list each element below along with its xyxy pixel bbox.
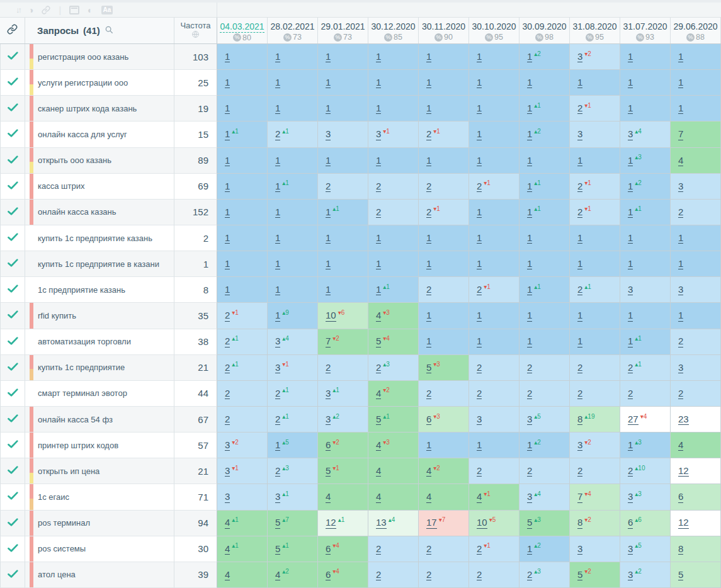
position-value[interactable]: 2 [225, 336, 230, 347]
position-value[interactable]: 4 [426, 491, 431, 502]
position-value[interactable]: 1 [477, 206, 482, 218]
position-value[interactable]: 4 [477, 491, 482, 502]
position-value[interactable]: 1 [477, 77, 482, 88]
position-value[interactable]: 3 [225, 491, 230, 502]
date-column-header[interactable]: 04.03.2021%80 [217, 18, 268, 43]
position-value[interactable]: 1 [326, 77, 331, 88]
position-value[interactable]: 1 [477, 336, 482, 347]
keyword-cell[interactable]: pos системы [25, 536, 174, 562]
date-link[interactable]: 04.03.2021 [220, 21, 264, 33]
position-value[interactable]: 1 [376, 284, 381, 295]
position-value[interactable]: 1 [275, 232, 280, 244]
position-value[interactable]: 1 [477, 51, 482, 62]
position-value[interactable]: 1 [628, 103, 633, 114]
position-value[interactable]: 1 [527, 232, 532, 244]
position-value[interactable]: 1 [678, 77, 683, 88]
position-value[interactable]: 3 [275, 491, 280, 502]
position-value[interactable]: 1 [225, 128, 230, 140]
date-column-header[interactable]: 28.02.2021%73 [268, 18, 318, 43]
position-value[interactable]: 2 [577, 181, 582, 192]
position-value[interactable]: 1 [426, 232, 431, 244]
position-value[interactable]: 2 [678, 388, 683, 399]
position-value[interactable]: 2 [477, 284, 482, 295]
keyword-cell[interactable]: смарт терминал эвотор [25, 381, 174, 407]
position-value[interactable]: 1 [376, 155, 381, 166]
row-checkbox[interactable] [0, 484, 25, 510]
position-value[interactable]: 2 [477, 569, 482, 580]
row-checkbox[interactable] [0, 407, 25, 433]
position-value[interactable]: 2 [326, 362, 331, 373]
window-icon[interactable] [69, 6, 79, 14]
position-value[interactable]: 2 [477, 181, 482, 192]
position-value[interactable]: 1 [376, 232, 381, 244]
position-value[interactable]: 1 [426, 310, 431, 321]
position-value[interactable]: 4 [376, 310, 381, 321]
position-value[interactable]: 2 [577, 284, 582, 295]
keyword-cell[interactable]: 1с предприятие казань [25, 277, 174, 303]
row-checkbox[interactable] [0, 251, 25, 277]
position-value[interactable]: 2 [527, 362, 532, 373]
position-value[interactable]: 3 [628, 491, 633, 502]
position-value[interactable]: 1 [527, 284, 532, 295]
position-value[interactable]: 1 [426, 51, 431, 62]
position-value[interactable]: 1 [326, 284, 331, 295]
position-value[interactable]: 1 [628, 232, 633, 244]
row-checkbox[interactable] [0, 433, 25, 458]
position-value[interactable]: 1 [275, 206, 280, 218]
position-value[interactable]: 3 [376, 128, 381, 140]
contrast-icon[interactable]: ◐ [88, 6, 93, 14]
position-value[interactable]: 1 [678, 103, 683, 114]
position-value[interactable]: 17 [426, 517, 437, 528]
row-checkbox[interactable] [0, 200, 25, 225]
keyword-cell[interactable]: услуги регистрации ооо [25, 70, 174, 96]
position-value[interactable]: 2 [225, 414, 230, 425]
keyword-cell[interactable]: 1с егаис [25, 484, 174, 510]
position-value[interactable]: 1 [477, 128, 482, 140]
position-value[interactable]: 1 [477, 439, 482, 451]
keyword-cell[interactable]: автоматизация торговли [25, 329, 174, 355]
position-value[interactable]: 1 [225, 181, 230, 192]
position-value[interactable]: 1 [275, 310, 280, 321]
position-value[interactable]: 1 [275, 77, 280, 88]
position-value[interactable]: 1 [326, 206, 331, 218]
position-value[interactable]: 1 [527, 336, 532, 347]
position-value[interactable]: 1 [527, 439, 532, 451]
position-value[interactable]: 1 [275, 51, 280, 62]
position-value[interactable]: 4 [376, 491, 381, 502]
position-value[interactable]: 5 [678, 569, 683, 580]
position-value[interactable]: 2 [628, 465, 633, 477]
date-column-header[interactable]: 30.11.2020%90 [419, 18, 469, 43]
position-value[interactable]: 7 [678, 128, 683, 140]
keyword-cell[interactable]: купить 1с предприятие в казани [25, 251, 174, 277]
position-value[interactable]: 3 [225, 439, 230, 451]
position-value[interactable]: 4 [225, 517, 230, 528]
position-value[interactable]: 1 [225, 51, 230, 62]
position-value[interactable]: 5 [376, 336, 381, 347]
position-value[interactable]: 5 [275, 517, 280, 528]
keyword-cell[interactable]: pos терминал [25, 511, 174, 536]
row-checkbox[interactable] [0, 174, 25, 200]
date-column-header[interactable]: 29.01.2021%73 [318, 18, 368, 43]
position-value[interactable]: 1 [628, 77, 633, 88]
position-value[interactable]: 10 [477, 517, 487, 528]
position-value[interactable]: 2 [577, 388, 582, 399]
position-value[interactable]: 4 [376, 439, 381, 451]
position-value[interactable]: 2 [477, 465, 482, 477]
position-value[interactable]: 1 [426, 155, 431, 166]
position-value[interactable]: 1 [225, 232, 230, 244]
position-value[interactable]: 1 [376, 258, 381, 269]
row-checkbox[interactable] [0, 355, 25, 381]
position-value[interactable]: 1 [577, 77, 582, 88]
position-value[interactable]: 13 [376, 517, 387, 528]
position-value[interactable]: 1 [628, 258, 633, 269]
position-value[interactable]: 6 [326, 439, 331, 451]
position-value[interactable]: 6 [678, 491, 683, 502]
position-value[interactable]: 8 [577, 414, 582, 425]
position-value[interactable]: 8 [577, 517, 582, 528]
position-value[interactable]: 1 [527, 128, 532, 140]
position-value[interactable]: 2 [577, 103, 582, 114]
position-value[interactable]: 2 [275, 414, 280, 425]
date-link[interactable]: 30.11.2020 [422, 21, 465, 32]
position-value[interactable]: 3 [577, 543, 582, 555]
position-value[interactable]: 2 [426, 569, 431, 580]
